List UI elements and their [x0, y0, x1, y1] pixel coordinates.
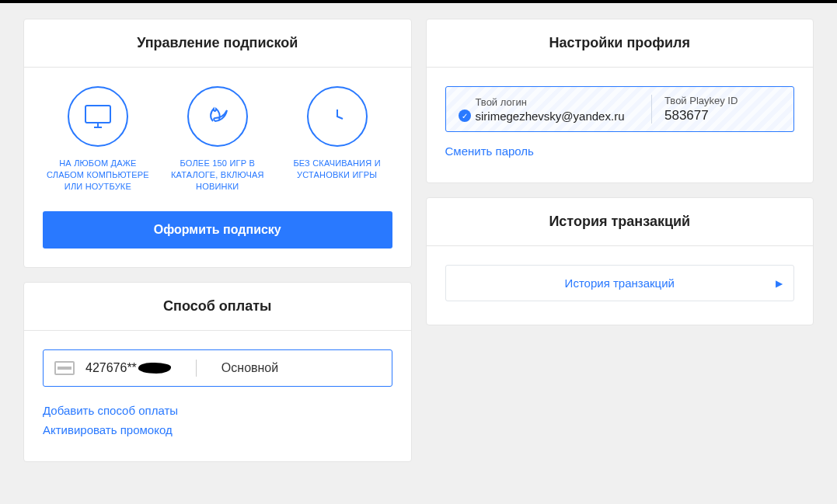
subscription-body: НА ЛЮБОМ ДАЖЕ СЛАБОМ КОМПЬЮТЕРЕ ИЛИ НОУТ… — [24, 68, 411, 267]
activate-promo-link[interactable]: Активировать промокод — [43, 423, 392, 436]
card-number-prefix: 427676** — [85, 361, 137, 375]
left-column: Управление подпиской НА ЛЮБОМ ДАЖЕ СЛАБО… — [23, 19, 412, 462]
feature-catalog: БОЛЕЕ 150 ИГР В КАТАЛОГЕ, ВКЛЮЧАЯ НОВИНК… — [162, 86, 273, 193]
feature-no-install-label: БЕЗ СКАЧИВАНИЯ И УСТАНОВКИ ИГРЫ — [282, 158, 392, 181]
id-label: Твой Playkey ID — [664, 95, 781, 106]
profile-info-box: Твой логин ✓ sirimegezhevsky@yandex.ru Т… — [445, 86, 795, 132]
subscription-title: Управление подпиской — [24, 19, 411, 68]
feature-catalog-label: БОЛЕЕ 150 ИГР В КАТАЛОГЕ, ВКЛЮЧАЯ НОВИНК… — [162, 158, 273, 193]
login-value-row: ✓ sirimegezhevsky@yandex.ru — [459, 109, 640, 123]
feature-any-pc: НА ЛЮБОМ ДАЖЕ СЛАБОМ КОМПЬЮТЕРЕ ИЛИ НОУТ… — [43, 86, 153, 193]
chevron-right-icon: ▶ — [776, 278, 783, 289]
id-value: 583677 — [664, 108, 781, 123]
features-row: НА ЛЮБОМ ДАЖЕ СЛАБОМ КОМПЬЮТЕРЕ ИЛИ НОУТ… — [43, 86, 392, 193]
login-value: sirimegezhevsky@yandex.ru — [476, 109, 625, 123]
redacted-icon — [138, 363, 171, 374]
history-button[interactable]: История транзакций ▶ — [445, 265, 795, 301]
add-payment-link[interactable]: Добавить способ оплаты — [43, 404, 392, 417]
login-label: Твой логин — [459, 96, 640, 108]
profile-title: Настройки профиля — [427, 19, 814, 68]
profile-body: Твой логин ✓ sirimegezhevsky@yandex.ru Т… — [427, 68, 814, 182]
feature-any-pc-label: НА ЛЮБОМ ДАЖЕ СЛАБОМ КОМПЬЮТЕРЕ ИЛИ НОУТ… — [43, 158, 153, 193]
subscribe-button[interactable]: Оформить подписку — [43, 211, 392, 249]
history-button-label: История транзакций — [565, 276, 675, 290]
card-status: Основной — [221, 361, 278, 375]
history-card: История транзакций История транзакций ▶ — [426, 197, 814, 325]
svg-rect-0 — [85, 106, 110, 123]
monitor-icon — [68, 86, 128, 147]
divider — [196, 360, 197, 377]
verified-icon: ✓ — [459, 109, 471, 122]
card-number: 427676** — [85, 361, 171, 375]
payment-card: Способ оплаты 427676** Основной Добавить… — [23, 282, 412, 462]
history-title: История транзакций — [427, 198, 814, 246]
profile-divider — [651, 95, 652, 123]
profile-id-block: Твой Playkey ID 583677 — [664, 95, 781, 123]
subscription-card: Управление подпиской НА ЛЮБОМ ДАЖЕ СЛАБО… — [23, 19, 412, 268]
flame-pepper-icon — [187, 86, 248, 147]
profile-login-block: Твой логин ✓ sirimegezhevsky@yandex.ru — [459, 96, 640, 123]
clock-icon — [307, 86, 368, 147]
right-column: Настройки профиля Твой логин ✓ sirimegez… — [426, 19, 814, 325]
payment-title: Способ оплаты — [24, 283, 411, 331]
profile-card: Настройки профиля Твой логин ✓ sirimegez… — [426, 19, 814, 183]
change-password-link[interactable]: Сменить пароль — [445, 144, 795, 158]
feature-no-install: БЕЗ СКАЧИВАНИЯ И УСТАНОВКИ ИГРЫ — [282, 86, 392, 193]
credit-card-icon — [54, 361, 75, 375]
history-body: История транзакций ▶ — [427, 246, 814, 325]
payment-body: 427676** Основной Добавить способ оплаты… — [24, 331, 411, 461]
page: Управление подпиской НА ЛЮБОМ ДАЖЕ СЛАБО… — [0, 3, 837, 478]
payment-method-row[interactable]: 427676** Основной — [43, 349, 392, 387]
